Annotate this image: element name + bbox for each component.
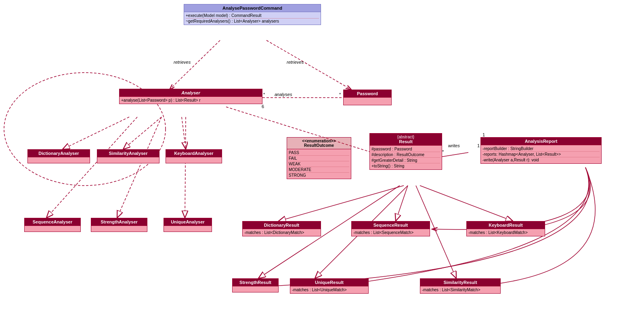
apc-method-1: +execute(Model model) : CommandResult	[186, 13, 319, 19]
result-stereotype: {abstract}	[372, 135, 439, 139]
dictionary-result-header: DictionaryResult	[243, 221, 321, 229]
similarity-analyser-header: SimilarityAnalyser	[97, 150, 159, 157]
dictionary-result-box: DictionaryResult -matches : List<Diction…	[242, 221, 321, 236]
sequence-analyser-box: SequenceAnalyser	[24, 218, 81, 232]
unique-result-body: -matches : List<UniqueMatch>	[290, 286, 368, 293]
svg-line-11	[279, 186, 404, 221]
simr-field-1: -matches : List<SimilarityMatch>	[422, 287, 499, 292]
result-box: {abstract} Result #password : Password #…	[369, 133, 442, 170]
unique-analyser-header: UniqueAnalyser	[164, 218, 212, 226]
sequence-result-body: -matches : List<SequenceMatch>	[352, 229, 430, 236]
result-outcome-name: ResultOutcome	[289, 143, 348, 148]
unique-analyser-body	[164, 226, 212, 232]
result-outcome-stereotype: <<enumeration>>	[289, 139, 348, 143]
unique-result-header: UniqueResult	[290, 279, 368, 286]
similarity-result-body: -matches : List<SimilarityMatch>	[420, 286, 500, 293]
diagram-container: AnalysePasswordCommand +execute(Model mo…	[0, 0, 644, 309]
ro-weak: WEAK	[289, 161, 349, 167]
analyse-password-command-body: +execute(Model model) : CommandResult ~g…	[184, 12, 321, 25]
kr-field-1: -matches : List<KeyboardMatch>	[468, 230, 543, 235]
sequence-result-header: SequenceResult	[352, 221, 430, 229]
mult-star-analyser: *	[263, 92, 265, 97]
keyboard-analyser-header: KeyboardAnalyser	[166, 150, 222, 157]
analyse-password-command-header: AnalysePasswordCommand	[184, 4, 321, 12]
analysis-report-body: -reportBuilder : StringBuilder -reports:…	[481, 145, 601, 163]
strength-result-box: StrengthResult	[232, 278, 279, 292]
retrieves-label-1: retrieves	[174, 60, 191, 65]
svg-line-6	[123, 117, 162, 149]
svg-line-0	[170, 40, 220, 90]
sr-field-1: -matches : List<SequenceMatch>	[353, 230, 428, 235]
dr-field-1: -matches : List<DictionaryMatch>	[244, 230, 319, 235]
dictionary-analyser-body	[28, 157, 90, 163]
sequence-result-box: SequenceResult -matches : List<SequenceM…	[351, 221, 430, 236]
analyse-password-command-box: AnalysePasswordCommand +execute(Model mo…	[184, 4, 321, 25]
mult-star-result: *	[442, 149, 444, 154]
keyboard-analyser-body	[166, 157, 222, 163]
password-box: Password	[343, 90, 392, 105]
retrieves-label-2: retrieves	[287, 60, 304, 65]
mult-one-above: 1	[482, 132, 485, 137]
sequence-analyser-header: SequenceAnalyser	[25, 218, 80, 226]
result-outcome-header: <<enumeration>> ResultOutcome	[287, 138, 351, 149]
mult-six: 6	[262, 104, 264, 109]
strength-analyser-box: StrengthAnalyser	[91, 218, 147, 232]
mult-star-password: *	[339, 92, 341, 97]
dictionary-result-body: -matches : List<DictionaryMatch>	[243, 229, 321, 236]
writes-label: writes	[448, 143, 460, 148]
result-method-2: +toString() : String	[371, 163, 440, 169]
similarity-result-header: SimilarityResult	[420, 279, 500, 286]
password-body	[344, 98, 391, 105]
result-name: Result	[372, 139, 439, 144]
ro-moderate: MODERATE	[289, 167, 349, 173]
ar-field-1: -reportBuilder : StringBuilder	[482, 146, 600, 152]
analysis-report-header: AnalysisReport	[481, 138, 601, 145]
mult-one-report: 1	[477, 143, 480, 148]
similarity-analyser-body	[97, 157, 159, 163]
strength-analyser-header: StrengthAnalyser	[91, 218, 147, 226]
result-outcome-body: PASS FAIL WEAK MODERATE STRONG	[287, 149, 351, 179]
password-header: Password	[344, 90, 391, 98]
ro-fail: FAIL	[289, 156, 349, 161]
svg-line-1	[266, 40, 351, 90]
unique-analyser-box: UniqueAnalyser	[164, 218, 212, 232]
svg-line-12	[396, 186, 408, 221]
strength-result-body	[233, 286, 278, 292]
strength-analyser-body	[91, 226, 147, 232]
result-field-2: #description : ResultOutcome	[371, 152, 440, 158]
svg-line-13	[420, 186, 513, 221]
dictionary-analyser-header: DictionaryAnalyser	[28, 150, 90, 157]
result-outcome-box: <<enumeration>> ResultOutcome PASS FAIL …	[287, 137, 351, 179]
svg-line-5	[63, 117, 129, 149]
analyser-body: +analyse(List<Password> p) : List<Result…	[120, 97, 262, 104]
svg-line-9	[117, 117, 162, 218]
similarity-analyser-box: SimilarityAnalyser	[97, 149, 159, 163]
svg-line-7	[182, 117, 186, 149]
svg-line-8	[46, 117, 137, 218]
ro-pass: PASS	[289, 150, 349, 156]
analyses-label: analyses	[275, 92, 292, 97]
keyboard-result-header: KeyboardResult	[467, 221, 545, 229]
keyboard-result-box: KeyboardResult -matches : List<KeyboardM…	[466, 221, 545, 236]
analyser-method-1: +analyse(List<Password> p) : List<Result…	[121, 98, 260, 103]
result-field-1: #password : Password	[371, 146, 440, 152]
strength-result-header: StrengthResult	[233, 279, 278, 286]
ur-field-1: -matches : List<UniqueMatch>	[292, 287, 367, 292]
svg-line-10	[185, 117, 186, 218]
similarity-result-box: SimilarityResult -matches : List<Similar…	[420, 278, 501, 294]
ar-field-2: -reports: Hashmap<Analyser, List<Result>…	[482, 152, 600, 157]
dictionary-analyser-box: DictionaryAnalyser	[27, 149, 90, 163]
analysis-report-box: AnalysisReport -reportBuilder : StringBu…	[480, 137, 602, 164]
analyser-header: Analyser	[120, 89, 262, 97]
ar-method-1: -write(Analyser a,Result r): void	[482, 157, 600, 163]
analyser-box: Analyser +analyse(List<Password> p) : Li…	[119, 89, 262, 104]
sequence-analyser-body	[25, 226, 80, 232]
result-header: {abstract} Result	[370, 134, 442, 146]
keyboard-result-body: -matches : List<KeyboardMatch>	[467, 229, 545, 236]
result-body: #password : Password #description : Resu…	[370, 146, 442, 169]
unique-result-box: UniqueResult -matches : List<UniqueMatch…	[290, 278, 369, 294]
apc-method-2: ~getRequiredAnalysers() : List<Analyser>…	[186, 19, 319, 24]
result-method-1: #getGreaterDetail : String	[371, 158, 440, 163]
ro-strong: STRONG	[289, 173, 349, 178]
keyboard-analyser-box: KeyboardAnalyser	[166, 149, 222, 163]
